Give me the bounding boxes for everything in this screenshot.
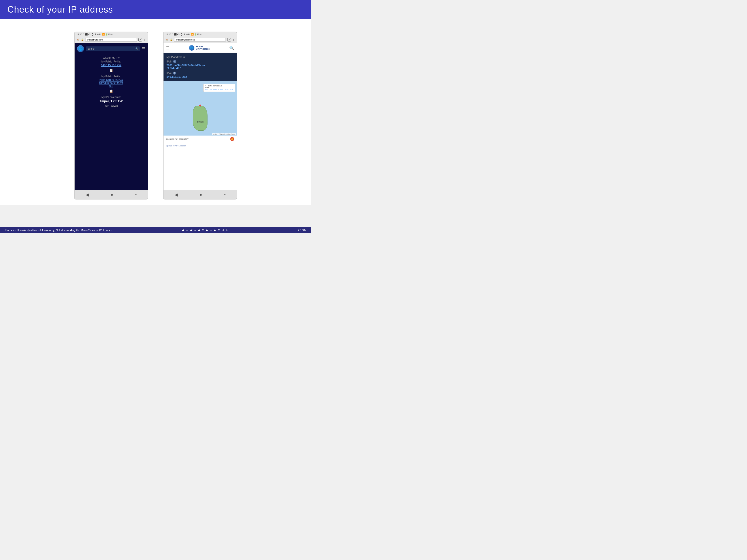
slide-title: Check of your IP address [7, 4, 113, 15]
left-ipv4-copy-icon[interactable]: 📋 [77, 69, 145, 72]
footer-align2-icon: ≡ [218, 229, 220, 232]
right-taiwan-label: 中華民國 [197, 121, 204, 123]
right-ip-content: My IP Address is: IPv6: ? 2001:b400:e358… [163, 53, 237, 81]
right-search-icon[interactable]: 🔍 [229, 46, 234, 50]
right-status-bar: 11:13 C ⬛ C • ❯ ✳ 4G+ 📶 🔋95% [163, 32, 237, 36]
right-ipv6-help-icon[interactable]: ? [173, 60, 176, 63]
left-hamburger-icon[interactable]: ☰ [142, 47, 145, 51]
footer-prev2-arrow[interactable]: ◀ [190, 229, 192, 232]
footer-page-info: 20 / 82 [298, 229, 306, 232]
footer-refresh2-icon[interactable]: ↻ [226, 229, 229, 232]
right-ipv4-value: 140.115.197.252 [166, 75, 234, 78]
footer-navigation: ◀ ○ ◀ ○ ◀ ≡ ▶ ○ ▶ ≡ ↺ ↻ [182, 229, 229, 232]
left-tab-count[interactable]: 7 [138, 38, 142, 42]
right-update-link[interactable]: Update My IP Location [166, 145, 186, 147]
right-home-icon[interactable]: 🏠 [165, 38, 169, 41]
left-wip-content: What Is My IP? My Public IPv4 is: 140.11… [75, 54, 148, 110]
right-tooltip-zoom-out[interactable]: − out [205, 87, 234, 88]
right-screen: ☰ 🌐 WhatIs MyIPAddress 🔍 My IP Address i… [163, 43, 237, 190]
right-map-tooltip: + + ck for more details − out 2001:b400:… [203, 84, 235, 92]
right-logo-text: WhatIs MyIPAddress [196, 46, 209, 50]
left-browser-bar[interactable]: 🏠 🔒 whatismyip.com 7 ⋮ [75, 36, 148, 43]
left-home-icon[interactable]: 🏠 [77, 38, 80, 41]
left-search-icon[interactable]: 🔍 [135, 47, 138, 50]
footer-next-icon[interactable]: ▶ [206, 229, 208, 232]
right-square-icon[interactable]: ▪ [224, 193, 226, 197]
left-isp-label: ISP: [104, 104, 109, 107]
left-status-text: 11:13 C ⬛ C • ❯ ✳ 4G+ 📶 🔋95% [77, 33, 112, 35]
presentation-footer: Kinoshita Daisuke (Institute of Astronom… [0, 227, 311, 233]
left-status-bar: 11:13 C ⬛ C • ❯ ✳ 4G+ 📶 🔋95% [75, 32, 148, 36]
left-menu-icon[interactable]: ⋮ [144, 38, 146, 41]
right-map-attribution: Leaflet | © OpenStreetMap Terms [212, 133, 236, 135]
right-phone-mockup: 11:13 C ⬛ C • ❯ ✳ 4G+ 📶 🔋95% 🏠 🔒 whatism… [163, 32, 237, 199]
left-phone-mockup: 11:13 C ⬛ C • ❯ ✳ 4G+ 📶 🔋95% 🏠 🔒 whatism… [74, 32, 148, 199]
right-ipv6-label: IPv6: ? [166, 60, 234, 63]
left-screen: 🌐 Search 🔍 ☰ What Is My IP? My Public IP… [75, 43, 148, 190]
left-location-value: Taipei, TPE TW [77, 99, 145, 103]
footer-next2-icon[interactable]: ▶ [214, 229, 216, 232]
left-search-bar[interactable]: Search 🔍 [86, 47, 140, 51]
right-ipv6-value: 2001:b400:e358:7a84:dd6b:aaf9:8fde:4fc1 [166, 64, 234, 70]
footer-circle2-icon: ○ [194, 229, 196, 232]
left-bottom-nav: ◀ ● ▪ [75, 190, 148, 199]
right-browser-bar[interactable]: 🏠 🔒 whatismyipaddress 7 ⋮ [163, 36, 237, 43]
right-location-row: Location not accurate? 🔔 [163, 136, 237, 142]
left-ipv4-label: My Public IPv4 is: [77, 60, 145, 63]
right-nav: ☰ 🌐 WhatIs MyIPAddress 🔍 [163, 43, 237, 53]
footer-circle-icon: ○ [186, 229, 188, 232]
right-ipv4-label: IPv4: ? [166, 72, 234, 75]
right-bottom-nav: ◀ ● ▪ [163, 190, 237, 199]
right-logo-area: 🌐 WhatIs MyIPAddress [189, 45, 209, 51]
footer-left-text: Kinoshita Daisuke (Institute of Astronom… [5, 229, 112, 232]
left-isp-value: Taiwan [110, 104, 118, 107]
slide-header: Check of your IP address [0, 0, 311, 19]
left-lock-icon: 🔒 [81, 38, 84, 41]
main-content: 11:13 C ⬛ C • ❯ ✳ 4G+ 📶 🔋95% 🏠 🔒 whatism… [0, 19, 311, 205]
right-map-background: 📍 中華民國 + + ck for more details − out 200… [163, 81, 237, 136]
right-menu-icon[interactable]: ⋮ [232, 38, 235, 41]
footer-prev3-icon[interactable]: ◀ [198, 229, 200, 232]
left-isp-row: ISP: Taiwan [77, 104, 145, 107]
right-my-ip-label: My IP Address is: [166, 56, 234, 58]
footer-refresh-icon[interactable]: ↺ [222, 229, 224, 232]
right-back-icon[interactable]: ◀ [175, 192, 178, 197]
right-notification-bell[interactable]: 🔔 [230, 137, 234, 141]
right-map-area: 📍 中華民國 + + ck for more details − out 200… [163, 81, 237, 136]
left-location-label: My IP Location is: [77, 96, 145, 99]
right-taiwan-shape [193, 106, 207, 131]
left-home-nav-icon[interactable]: ● [111, 193, 113, 197]
right-map-pin: 📍 [198, 104, 202, 108]
left-ipv6-label: My Public IPv6 is: [77, 75, 145, 78]
left-ipv6-value[interactable]: 2001:b400:e358:7a84:dd6b:aaf9:8fde:4fc1 [77, 79, 145, 87]
right-status-text: 11:13 C ⬛ C • ❯ ✳ 4G+ 📶 🔋95% [165, 33, 201, 35]
left-square-icon[interactable]: ▪ [135, 193, 137, 197]
right-location-not-accurate-text: Location not accurate? [166, 138, 188, 140]
right-lock-icon: 🔒 [170, 38, 173, 41]
left-heading: What Is My IP? [77, 57, 145, 59]
right-tooltip-zoom-in[interactable]: + + ck for more details [205, 85, 234, 87]
left-ipv4-value[interactable]: 140.115.197.252 [77, 64, 145, 67]
footer-align-icon: ≡ [202, 229, 204, 232]
right-hamburger-icon[interactable]: ☰ [166, 46, 170, 50]
footer-prev-arrow[interactable]: ◀ [182, 229, 184, 232]
left-back-icon[interactable]: ◀ [86, 192, 89, 197]
left-nav: 🌐 Search 🔍 ☰ [75, 43, 148, 54]
left-logo: 🌐 [77, 45, 84, 52]
footer-circle3-icon: ○ [210, 229, 212, 232]
right-url-bar[interactable]: whatismyipaddress [174, 38, 226, 42]
right-logo-globe: 🌐 [189, 45, 195, 51]
left-search-text: Search [87, 47, 95, 50]
right-tab-count[interactable]: 7 [227, 38, 231, 42]
right-home-nav-icon[interactable]: ● [200, 193, 202, 197]
left-ipv6-copy-icon[interactable]: 📋 [77, 89, 145, 93]
right-ipv4-help-icon[interactable]: ? [173, 72, 176, 75]
right-update-row: Update My IP Location [163, 142, 237, 148]
left-url-bar[interactable]: whatismyip.com [85, 38, 137, 42]
right-tooltip-ipv6: 2001:b400:e358:7a84:dd6b:aaf9:8fde:4fc1 [205, 89, 234, 90]
